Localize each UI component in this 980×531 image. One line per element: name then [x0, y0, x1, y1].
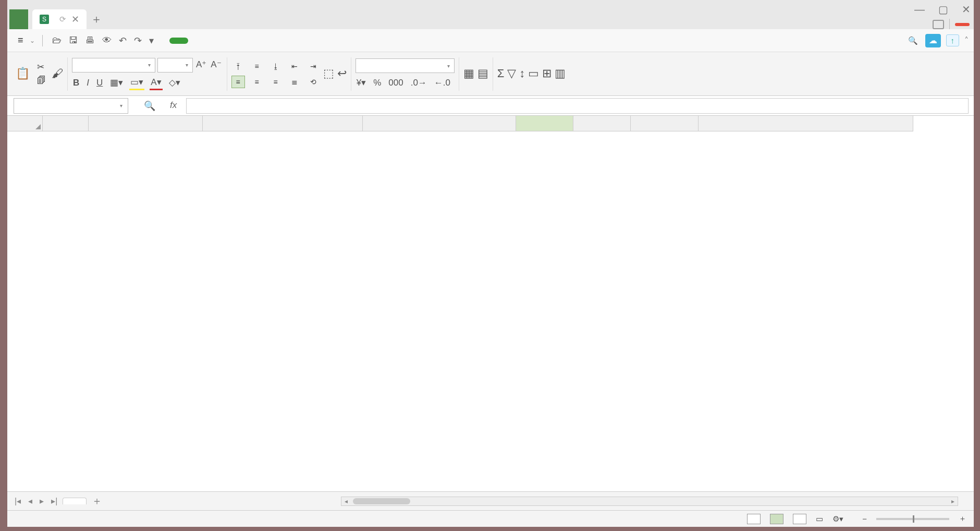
print-icon[interactable]: 🖶 — [85, 35, 95, 46]
scroll-left-icon[interactable]: ◂ — [341, 498, 351, 505]
more-qa-icon[interactable]: ▾ — [149, 35, 154, 46]
view-page-icon[interactable] — [770, 514, 783, 524]
cut-button[interactable]: ✂ — [37, 62, 48, 73]
indent-decrease-icon[interactable]: ⇤ — [288, 60, 301, 73]
italic-button[interactable]: I — [85, 77, 90, 89]
decrease-decimal-icon[interactable]: ←.0 — [433, 77, 451, 89]
scroll-thumb[interactable] — [353, 498, 410, 504]
new-tab-button[interactable]: ＋ — [87, 9, 106, 29]
col-header-A[interactable] — [89, 116, 203, 131]
increase-decimal-icon[interactable]: .0→ — [410, 77, 428, 89]
tab-insert[interactable] — [204, 38, 208, 44]
fx-icon[interactable]: fx — [170, 100, 177, 112]
tab-formula[interactable] — [243, 38, 248, 44]
format-button[interactable]: ▭ — [528, 67, 539, 81]
document-tab[interactable]: S ⟳ ✕ — [32, 9, 87, 29]
table-style-button[interactable]: ▤ — [477, 67, 488, 81]
col-header-C[interactable] — [363, 116, 516, 131]
conditional-format-button[interactable]: ▦ — [463, 67, 474, 81]
redo-icon[interactable]: ↷ — [134, 35, 142, 46]
print-preview-icon[interactable]: 👁 — [102, 35, 112, 46]
number-format-select[interactable] — [356, 58, 455, 73]
underline-button[interactable]: U — [95, 77, 104, 89]
border-button[interactable]: ▦▾ — [109, 76, 124, 89]
zoom-slider[interactable] — [876, 518, 949, 520]
bold-button[interactable]: B — [72, 77, 80, 89]
sheet-prev-icon[interactable]: ◂ — [28, 496, 32, 506]
tab-cloud[interactable] — [362, 38, 366, 44]
maximize-icon[interactable]: ▢ — [938, 3, 948, 16]
font-name-select[interactable] — [72, 58, 155, 73]
sheet-first-icon[interactable]: |◂ — [15, 496, 21, 506]
col-header[interactable] — [43, 116, 89, 131]
tab-start[interactable] — [169, 38, 188, 44]
sort-button[interactable]: ↕ — [519, 67, 525, 81]
view-break-icon[interactable] — [793, 514, 806, 524]
clear-format-button[interactable]: ◇▾ — [168, 76, 181, 89]
orientation-icon[interactable]: ⟲ — [307, 76, 320, 88]
view-normal-icon[interactable] — [747, 514, 761, 524]
align-right-icon[interactable]: ≡ — [269, 76, 283, 88]
col-header-E[interactable] — [573, 116, 631, 131]
zoom-plus-icon[interactable]: ＋ — [959, 514, 966, 524]
close-window-icon[interactable]: ✕ — [962, 3, 971, 16]
copy-button[interactable]: 🗐 — [37, 76, 48, 86]
align-top-icon[interactable]: ⭱ — [231, 60, 245, 73]
undo-icon[interactable]: ↶ — [119, 35, 127, 46]
align-bottom-icon[interactable]: ⭳ — [269, 60, 283, 73]
col-header-G[interactable] — [699, 116, 913, 131]
name-box[interactable] — [14, 98, 128, 114]
tab-review[interactable] — [283, 38, 287, 44]
formula-input[interactable] — [186, 98, 969, 114]
cancel-fx-icon[interactable]: 🔍 — [144, 100, 155, 112]
worksheet-button[interactable]: ▥ — [555, 67, 566, 81]
currency-icon[interactable]: ¥▾ — [356, 76, 367, 89]
cloud-icon[interactable]: ☁ — [925, 34, 941, 47]
close-tab-icon[interactable]: ✕ — [71, 14, 79, 25]
align-middle-icon[interactable]: ≡ — [250, 60, 264, 73]
align-left-icon[interactable]: ≡ — [231, 76, 245, 88]
wrap-text-button[interactable]: ↩ — [337, 67, 347, 81]
file-menu[interactable] — [13, 33, 40, 48]
font-size-select[interactable] — [157, 58, 193, 73]
scroll-right-icon[interactable]: ▸ — [948, 498, 958, 505]
add-sheet-button[interactable]: ＋ — [92, 494, 102, 508]
tab-baidu[interactable] — [382, 38, 386, 44]
sheet-last-icon[interactable]: ▸| — [51, 496, 57, 506]
tab-developer[interactable] — [342, 38, 347, 44]
filter-button[interactable]: ▽ — [507, 67, 516, 81]
increase-font-icon[interactable]: A⁺ — [195, 58, 207, 73]
tab-view[interactable] — [303, 38, 307, 44]
comma-icon[interactable]: 000 — [387, 77, 404, 89]
search-command[interactable] — [908, 36, 920, 45]
tab-page-layout[interactable] — [224, 38, 228, 44]
col-header-B[interactable] — [203, 116, 363, 131]
merge-center-button[interactable]: ⬚ — [323, 67, 334, 81]
sum-button[interactable]: Σ — [497, 67, 505, 81]
zoom-out-icon[interactable]: ⚙▾ — [832, 514, 843, 524]
sheet-next-icon[interactable]: ▸ — [40, 496, 44, 506]
minimize-icon[interactable]: — — [914, 4, 925, 16]
open-icon[interactable]: 🗁 — [52, 35, 62, 46]
fill-color-button[interactable]: ▭▾ — [129, 76, 144, 90]
decrease-font-icon[interactable]: A⁻ — [210, 58, 222, 73]
zoom-minus-icon[interactable]: − — [862, 514, 867, 523]
sheet-tab[interactable] — [63, 498, 87, 504]
format-painter-button[interactable]: 🖌 — [52, 67, 63, 81]
col-header-F[interactable] — [631, 116, 699, 131]
horizontal-scrollbar[interactable]: ◂ ▸ — [341, 497, 958, 506]
distribute-icon[interactable]: ≣ — [288, 76, 301, 88]
tab-data[interactable] — [263, 38, 267, 44]
save-icon[interactable]: 🖫 — [69, 35, 78, 46]
paste-button[interactable]: 📋 — [16, 67, 30, 81]
collapse-ribbon-icon[interactable]: ˄ — [964, 35, 969, 45]
rowcol-button[interactable]: ⊞ — [542, 67, 552, 81]
font-color-button[interactable]: A▾ — [150, 76, 162, 90]
layout-icon[interactable] — [933, 20, 944, 29]
align-center-icon[interactable]: ≡ — [250, 76, 264, 88]
reading-mode-icon[interactable]: ▭ — [816, 514, 823, 524]
tab-security[interactable] — [323, 38, 327, 44]
login-button[interactable] — [955, 23, 970, 26]
col-header-D[interactable] — [516, 116, 573, 131]
indent-increase-icon[interactable]: ⇥ — [307, 60, 320, 73]
